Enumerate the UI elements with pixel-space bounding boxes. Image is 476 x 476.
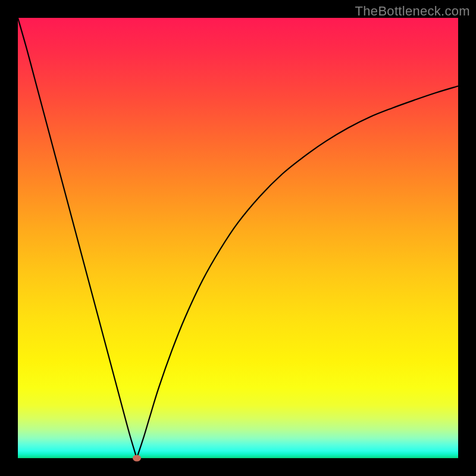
plot-area [18,18,458,458]
minimum-marker [133,455,141,462]
chart-frame: TheBottleneck.com [0,0,476,476]
bottleneck-curve [18,18,458,458]
watermark-text: TheBottleneck.com [355,4,470,19]
